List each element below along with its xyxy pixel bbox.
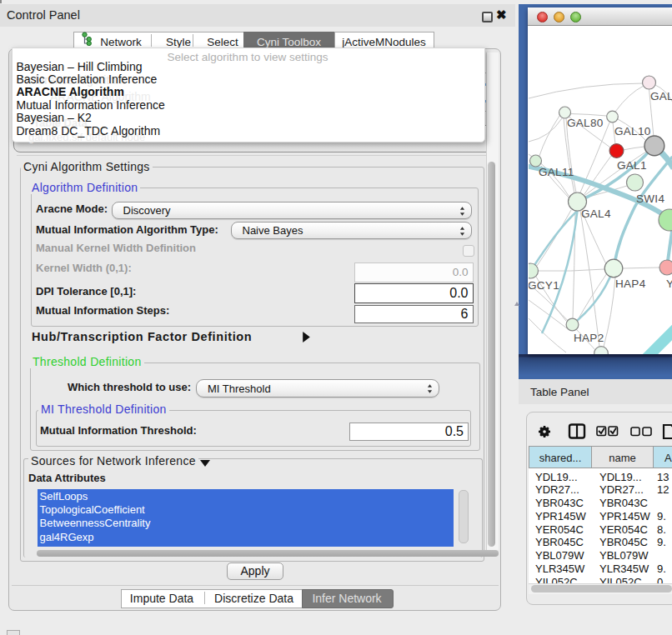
svg-text:Y: Y [666, 278, 672, 290]
svg-text:GAL7: GAL7 [650, 90, 672, 102]
svg-text:GAL1: GAL1 [617, 159, 647, 172]
svg-text:GAL4: GAL4 [581, 208, 611, 220]
svg-text:GAL11: GAL11 [539, 166, 574, 178]
svg-text:GAL80: GAL80 [567, 117, 604, 129]
svg-text:SWI4: SWI4 [636, 192, 664, 205]
svg-text:HAP2: HAP2 [574, 332, 604, 344]
svg-text:GCY1: GCY1 [529, 279, 559, 292]
svg-text:GAL10: GAL10 [614, 125, 651, 138]
svg-text:HAP4: HAP4 [615, 278, 646, 290]
